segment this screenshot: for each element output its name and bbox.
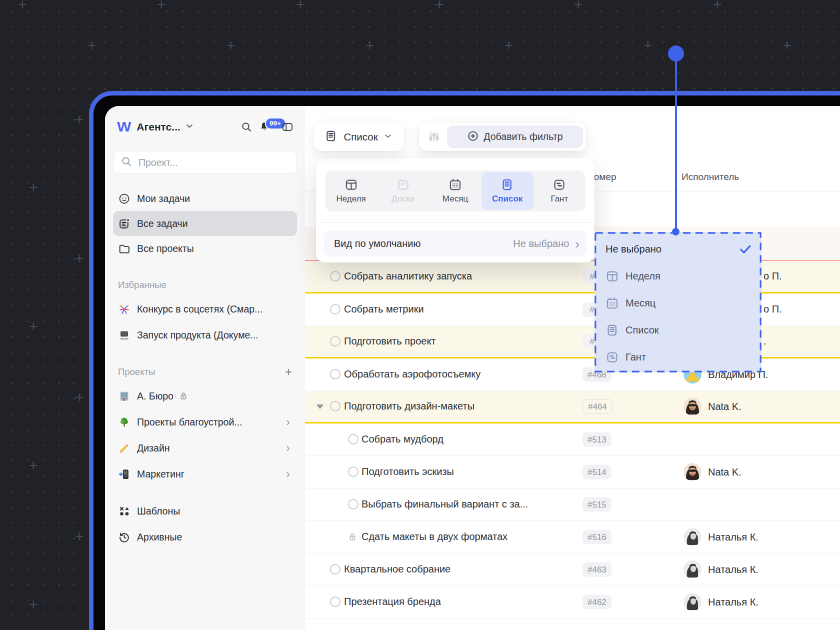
background-plus-decoration: + <box>226 38 236 53</box>
project-search[interactable] <box>113 151 297 174</box>
assignee-cell[interactable]: Nata K. <box>684 398 742 416</box>
sidebar-project-item[interactable]: Запуск продукта (Докуме... <box>113 322 297 348</box>
task-name[interactable]: Квартальное собрание <box>344 564 450 575</box>
add-filter-button[interactable]: Добавить фильтр <box>447 126 583 148</box>
task-name[interactable]: Подготовить проект <box>344 336 436 347</box>
project-label: Проекты благоустрой... <box>137 416 242 428</box>
sliders-icon[interactable] <box>427 130 440 144</box>
sidebar-project-item[interactable]: Проекты благоустрой...› <box>113 409 297 435</box>
sidebar-item-all-projects[interactable]: Все проекты <box>113 236 297 261</box>
assignee-name: Наталья К. <box>708 596 758 608</box>
chevron-down-icon[interactable] <box>184 121 194 133</box>
search-button[interactable] <box>239 120 254 134</box>
assignee-cell[interactable]: Nata K. <box>684 463 742 481</box>
task-name[interactable]: Собрать метрики <box>344 304 424 315</box>
task-name[interactable]: Собрать мудборд <box>362 434 444 445</box>
table-row[interactable]: Квартальное собрание#463Наталья К. <box>305 554 840 586</box>
view-option-неделя[interactable]: Неделя <box>325 172 377 210</box>
task-checkbox[interactable] <box>348 499 358 510</box>
popup-option-месяц[interactable]: Месяц <box>594 290 762 316</box>
panel-divider <box>316 222 594 223</box>
lock-icon <box>178 390 189 402</box>
view-option-месяц[interactable]: Месяц <box>429 172 481 210</box>
sidebar-item-label: Шаблоны <box>137 506 180 517</box>
task-name[interactable]: Презентация бренда <box>344 596 441 608</box>
building-icon <box>118 390 130 402</box>
assignee-name-fragment: о П. <box>764 270 782 282</box>
task-checkbox[interactable] <box>330 596 340 607</box>
popup-option-гант[interactable]: Гант <box>594 344 762 370</box>
sidebar-toggle-button[interactable] <box>280 120 295 134</box>
notifications-button[interactable]: 99+ <box>257 120 272 134</box>
popup-option-label: Неделя <box>626 270 752 282</box>
background-plus-decoration: + <box>75 390 84 405</box>
collapse-arrow[interactable] <box>316 404 324 409</box>
task-name[interactable]: Подготовить дизайн-макеты <box>344 400 474 412</box>
chevron-right-icon[interactable]: › <box>286 416 290 428</box>
task-checkbox[interactable] <box>348 434 358 444</box>
app-surface: W Агентс... 99+ Мои задачиВсе задачиВсе … <box>105 106 840 630</box>
add-project-button[interactable]: + <box>285 365 292 379</box>
sidebar-project-item[interactable]: А. Бюро <box>113 383 297 409</box>
sidebar-item-label: Архивные <box>137 532 182 543</box>
workspace-name[interactable]: Агентс... <box>136 121 180 133</box>
sidebar-item-templates[interactable]: Шаблоны <box>113 498 297 524</box>
view-options-group: НеделяДоскиМесяцСписокГант <box>325 170 586 212</box>
task-name[interactable]: Собрать аналитику запуска <box>344 270 472 282</box>
assignee-cell[interactable]: Наталья К. <box>684 593 758 611</box>
task-checkbox[interactable] <box>330 369 340 380</box>
sidebar-item-archived[interactable]: Архивные <box>113 524 297 550</box>
column-header-assignee: Исполнитель <box>682 172 739 182</box>
table-row[interactable]: Сдать макеты в двух форматах#516Наталья … <box>305 521 840 554</box>
sidebar-item-all-tasks[interactable]: Все задачи <box>113 211 297 236</box>
natalia-avatar <box>684 528 702 546</box>
assignee-cell[interactable]: Наталья К. <box>684 528 758 546</box>
task-checkbox[interactable] <box>330 336 340 346</box>
task-name[interactable]: Обработать аэрофотосъемку <box>344 368 480 380</box>
view-option-гант[interactable]: Гант <box>534 172 586 210</box>
popup-option-неделя[interactable]: Неделя <box>594 262 762 290</box>
sidebar-item-label: Мои задачи <box>137 193 190 204</box>
sidebar-project-item[interactable]: Дизайн› <box>113 435 297 461</box>
section-title: Проекты <box>118 366 285 378</box>
assignee-cell[interactable]: Наталья К. <box>684 560 758 578</box>
task-checkbox[interactable] <box>330 304 340 314</box>
pointer-connector-anchor <box>672 228 680 236</box>
nata-avatar <box>684 463 702 481</box>
project-label: Конкурс в соцсетях (Смар... <box>137 304 262 315</box>
table-row[interactable]: Презентация бренда#462Наталья К. <box>305 586 840 618</box>
table-row[interactable]: Собрать мудборд#513 <box>305 424 840 456</box>
popup-option-none[interactable]: Не выбрано <box>594 236 762 262</box>
section-title: Избранные <box>118 280 292 290</box>
task-name[interactable]: Подготовить эскизы <box>362 466 454 478</box>
app-window: W Агентс... 99+ Мои задачиВсе задачиВсе … <box>89 91 840 630</box>
table-row[interactable]: Выбрать финальный вариант с за...#515 <box>305 488 840 521</box>
table-row[interactable]: Подготовить эскизы#514Nata K. <box>305 456 840 488</box>
assignee-name: Nata K. <box>708 466 742 478</box>
project-search-input[interactable] <box>138 156 290 169</box>
chevron-right-icon[interactable]: › <box>286 468 290 480</box>
project-label: Запуск продукта (Докуме... <box>137 330 258 341</box>
assignee-name-fragment: о П. <box>764 304 782 315</box>
popup-option-label: Не выбрано <box>606 244 738 255</box>
task-checkbox[interactable] <box>330 564 340 574</box>
task-name[interactable]: Сдать макеты в двух форматах <box>362 531 508 542</box>
sidebar-project-item[interactable]: Конкурс в соцсетях (Смар... <box>113 296 297 322</box>
popup-option-label: Список <box>626 324 752 336</box>
table-row[interactable]: Подготовить дизайн-макеты#464Nata K. <box>305 391 840 424</box>
popup-option-список[interactable]: Список <box>594 316 762 344</box>
project-label: А. Бюро <box>137 390 174 402</box>
task-name[interactable]: Выбрать финальный вариант с за... <box>362 498 528 510</box>
sidebar-item-my-tasks[interactable]: Мои задачи <box>113 186 297 211</box>
view-switch-button[interactable]: Список <box>314 122 404 151</box>
filter-toolbar: Добавить фильтр <box>419 122 586 151</box>
task-checkbox[interactable] <box>330 401 340 412</box>
chevron-right-icon[interactable]: › <box>286 442 290 454</box>
default-view-row[interactable]: Вид по умолчанию Не выбрано › <box>324 231 586 256</box>
weeek-logo: W <box>117 119 130 134</box>
sidebar-project-item[interactable]: Маркетинг› <box>113 461 297 487</box>
task-checkbox[interactable] <box>330 271 340 282</box>
task-checkbox[interactable] <box>348 466 358 477</box>
background-plus-decoration: + <box>75 251 84 266</box>
view-option-список[interactable]: Список <box>482 172 534 210</box>
